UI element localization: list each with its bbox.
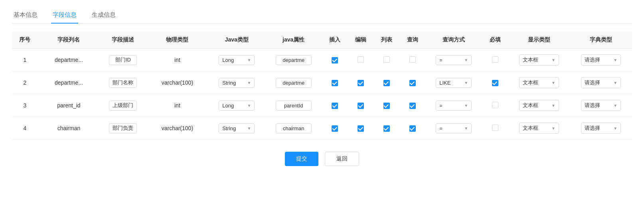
cell-fieldname: parent_id [38, 94, 100, 117]
cell-edit [348, 94, 374, 117]
checkbox-unchecked[interactable] [409, 56, 416, 63]
cell-javaattr [265, 49, 322, 71]
tab-fields[interactable]: 字段信息 [51, 8, 78, 24]
page-container: 基本信息 字段信息 生成信息 序号 字段列名 字段描述 物理类型 Java类型 … [0, 0, 644, 216]
chevron-down-icon: ▼ [613, 103, 617, 108]
cell-query [399, 49, 425, 71]
chevron-down-icon: ▼ [247, 126, 251, 131]
th-javatype: Java类型 [208, 32, 265, 49]
select-dropdown[interactable]: Long▼ [219, 55, 255, 65]
field-desc-input[interactable] [109, 101, 137, 111]
chevron-down-icon: ▼ [464, 103, 468, 108]
action-buttons: 提交 返回 [12, 152, 632, 166]
field-desc-input[interactable] [109, 55, 137, 65]
cell-edit [348, 117, 374, 140]
java-attr-input[interactable] [276, 78, 312, 88]
cell-displaytype: 文本框▼ [508, 94, 570, 117]
select-dropdown[interactable]: 请选择▼ [581, 123, 621, 134]
select-dropdown[interactable]: Long▼ [219, 101, 255, 111]
cell-queryway: =▼ [425, 117, 482, 140]
cell-required [482, 71, 508, 94]
cell-javaattr [265, 117, 322, 140]
checkbox-checked[interactable] [332, 103, 338, 109]
select-dropdown[interactable]: 文本框▼ [519, 100, 559, 111]
cell-required [482, 117, 508, 140]
field-desc-input[interactable] [109, 123, 137, 133]
cell-desc [100, 94, 146, 117]
checkbox-checked[interactable] [358, 80, 364, 86]
cell-dicttype: 请选择▼ [570, 71, 632, 94]
checkbox-unchecked[interactable] [383, 56, 390, 63]
table-row: 3parent_idintLong▼=▼文本框▼请选择▼ [12, 94, 632, 117]
cell-dicttype: 请选择▼ [570, 117, 632, 140]
select-dropdown[interactable]: =▼ [436, 123, 472, 133]
th-javaattr: java属性 [265, 32, 322, 49]
checkbox-checked[interactable] [358, 103, 364, 109]
cell-required [482, 94, 508, 117]
select-dropdown[interactable]: =▼ [436, 101, 472, 111]
java-attr-input[interactable] [276, 123, 312, 133]
table-row: 1departme...intLong▼=▼文本框▼请选择▼ [12, 49, 632, 71]
checkbox-checked[interactable] [383, 125, 390, 132]
cell-phytype: int [146, 49, 208, 71]
cell-list [373, 117, 399, 140]
checkbox-checked[interactable] [492, 80, 498, 86]
table-row: 2departme...varchar(100)String▼LIKE▼文本框▼… [12, 71, 632, 94]
cell-javatype: Long▼ [208, 49, 265, 71]
select-dropdown[interactable]: String▼ [219, 78, 255, 88]
chevron-down-icon: ▼ [247, 58, 251, 62]
cell-desc [100, 71, 146, 94]
checkbox-checked[interactable] [332, 80, 338, 86]
cell-edit [348, 71, 374, 94]
fields-table: 序号 字段列名 字段描述 物理类型 Java类型 java属性 插入 编辑 列表… [12, 32, 632, 140]
cell-seq: 3 [12, 94, 38, 117]
cell-seq: 2 [12, 71, 38, 94]
cell-displaytype: 文本框▼ [508, 71, 570, 94]
tab-generate[interactable]: 生成信息 [90, 8, 117, 24]
fields-table-wrapper: 序号 字段列名 字段描述 物理类型 Java类型 java属性 插入 编辑 列表… [12, 32, 632, 140]
cell-query [399, 71, 425, 94]
cell-list [373, 94, 399, 117]
checkbox-unchecked[interactable] [492, 125, 498, 131]
checkbox-checked[interactable] [332, 125, 338, 132]
checkbox-unchecked[interactable] [358, 56, 364, 63]
checkbox-unchecked[interactable] [492, 102, 498, 108]
th-list: 列表 [373, 32, 399, 49]
checkbox-checked[interactable] [332, 57, 338, 63]
cell-queryway: LIKE▼ [425, 71, 482, 94]
back-button[interactable]: 返回 [325, 152, 359, 166]
cell-insert [322, 117, 348, 140]
select-dropdown[interactable]: =▼ [436, 55, 472, 65]
checkbox-unchecked[interactable] [492, 56, 498, 63]
select-dropdown[interactable]: 文本框▼ [519, 77, 559, 88]
th-seq: 序号 [12, 32, 38, 49]
cell-displaytype: 文本框▼ [508, 117, 570, 140]
checkbox-checked[interactable] [409, 80, 416, 86]
select-dropdown[interactable]: 请选择▼ [581, 77, 621, 88]
checkbox-checked[interactable] [409, 125, 416, 132]
cell-queryway: =▼ [425, 94, 482, 117]
select-dropdown[interactable]: 文本框▼ [519, 123, 559, 134]
checkbox-checked[interactable] [358, 125, 364, 132]
cell-query [399, 117, 425, 140]
tab-basic[interactable]: 基本信息 [12, 8, 39, 24]
chevron-down-icon: ▼ [551, 103, 555, 108]
th-phytype: 物理类型 [146, 32, 208, 49]
checkbox-checked[interactable] [383, 80, 390, 86]
field-desc-input[interactable] [109, 78, 137, 88]
select-dropdown[interactable]: 请选择▼ [581, 54, 621, 65]
th-edit: 编辑 [348, 32, 374, 49]
select-dropdown[interactable]: String▼ [219, 123, 255, 133]
chevron-down-icon: ▼ [464, 126, 468, 131]
cell-phytype: varchar(100) [146, 71, 208, 94]
submit-button[interactable]: 提交 [285, 152, 318, 166]
java-attr-input[interactable] [276, 55, 312, 65]
cell-edit [348, 49, 374, 71]
select-dropdown[interactable]: LIKE▼ [436, 78, 472, 88]
select-dropdown[interactable]: 请选择▼ [581, 100, 621, 111]
checkbox-checked[interactable] [409, 103, 416, 109]
java-attr-input[interactable] [276, 101, 312, 111]
chevron-down-icon: ▼ [551, 81, 555, 85]
select-dropdown[interactable]: 文本框▼ [519, 54, 559, 65]
checkbox-checked[interactable] [383, 103, 390, 109]
